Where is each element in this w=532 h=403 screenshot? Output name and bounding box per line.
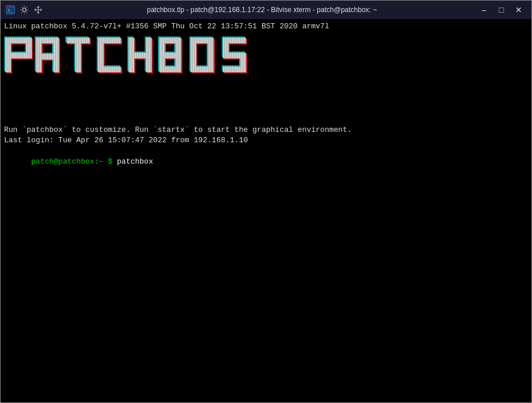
maximize-button[interactable]: □ [493,3,509,16]
hint-line: Run `patchbox` to customize. Run `startx… [4,125,528,135]
settings-icon[interactable] [19,5,30,15]
window-title: patchbox.tlp - patch@192.168.1.17:22 - B… [48,6,476,14]
login-line: Last login: Tue Apr 26 15:07:47 2022 fro… [4,135,528,146]
app-icon: $_ [5,5,16,15]
prompt-user: patch@patchbox:~ $ [31,157,112,166]
svg-text:$_: $_ [8,8,13,13]
move-icon[interactable] [33,5,43,15]
prompt-command: patchbox [112,157,153,166]
prompt-line: patch@patchbox:~ $ patchbox [4,146,528,178]
logo-svg [4,36,467,120]
minimize-button[interactable]: – [476,3,492,16]
titlebar-app-icons: $_ [5,5,43,15]
window-controls: – □ ✕ [476,3,527,16]
patchbox-logo [4,36,528,120]
svg-rect-97 [4,36,259,80]
main-window: $_ patchbox.tlp - patch@192.168.1.17:22 … [0,0,532,403]
system-info-line: Linux patchbox 5.4.72-v7l+ #1356 SMP Thu… [4,21,528,32]
terminal-content[interactable]: Linux patchbox 5.4.72-v7l+ #1356 SMP Thu… [1,19,531,402]
svg-point-3 [23,8,26,12]
close-button[interactable]: ✕ [511,3,527,16]
titlebar: $_ patchbox.tlp - patch@192.168.1.17:22 … [1,1,531,19]
